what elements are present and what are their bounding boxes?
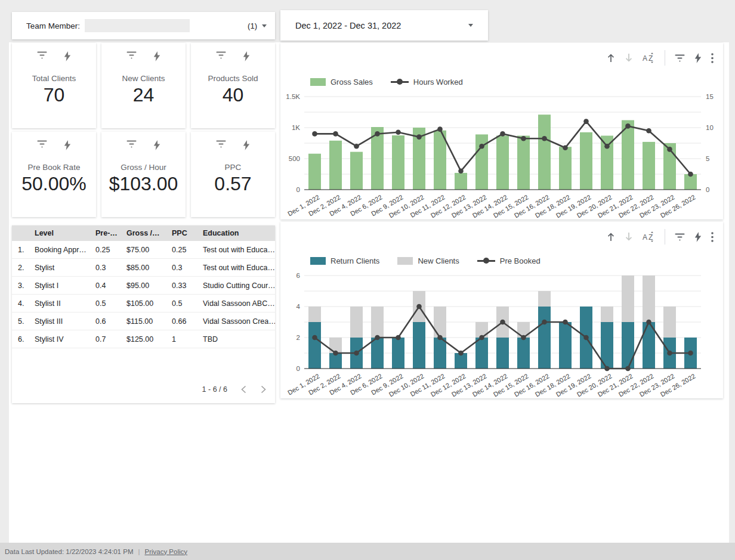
filter-icon[interactable] — [675, 54, 685, 62]
y-axis-tick-label: 0 — [297, 186, 300, 193]
chart-legend: Gross SalesHours Worked — [310, 78, 463, 86]
line-point — [333, 131, 338, 137]
more-menu-button[interactable] — [711, 232, 714, 242]
table-cell: $115.00 — [126, 317, 172, 326]
table-cell: $75.00 — [126, 246, 172, 254]
chevron-down-icon[interactable] — [262, 24, 267, 27]
filter-icon[interactable] — [126, 140, 137, 148]
y2-axis-tick-label: 15 — [706, 93, 714, 100]
legend-item-new-clients[interactable]: New Clients — [397, 256, 459, 265]
date-range-control[interactable]: Dec 1, 2022 - Dec 31, 2022 — [280, 10, 488, 41]
quick-actions-button[interactable] — [694, 232, 702, 242]
quick-actions-icon[interactable] — [694, 232, 702, 242]
scorecard-total-clients: Total Clients 70 — [12, 43, 96, 128]
gross-sales-hours-chart-plot[interactable]: 05001K1.5K051015Dec 1, 2022Dec 2, 2022De… — [280, 91, 723, 219]
legend-label: Pre Booked — [500, 256, 541, 265]
line-point — [521, 335, 526, 341]
table-cell: 0.6 — [95, 317, 126, 326]
chevron-left-icon — [240, 385, 247, 394]
move-down-button[interactable] — [625, 53, 633, 63]
scorecard-value: 24 — [133, 84, 155, 106]
filter-icon[interactable] — [216, 51, 226, 59]
table-row: 3.Stylist I0.4$95.000.33Studio Cutting C… — [12, 277, 275, 295]
bar — [475, 134, 488, 190]
bar — [580, 132, 592, 190]
scorecard-icons — [101, 51, 186, 61]
y-axis-tick-label: 6 — [297, 272, 300, 279]
levels-table-card: LevelPre-…Gross /…PPCEducation1.Booking … — [12, 225, 275, 403]
line-point — [542, 320, 547, 325]
line-point — [354, 144, 359, 149]
quick-actions-button[interactable] — [694, 53, 702, 63]
y-axis-tick-label: 0 — [297, 365, 300, 372]
bar — [475, 338, 488, 369]
line-point — [437, 126, 443, 132]
more-menu-icon — [711, 232, 714, 242]
quick-actions-icon[interactable] — [64, 140, 71, 150]
table-header-cell: Pre-… — [95, 229, 126, 237]
scorecard-gross-hour: Gross / Hour $103.00 — [101, 132, 186, 217]
table-cell: 0.66 — [172, 317, 203, 326]
line-point — [646, 128, 651, 134]
table-cell: 0.5 — [95, 299, 126, 308]
line-point — [583, 335, 589, 341]
scorecard-icons — [101, 140, 186, 150]
bar — [455, 173, 467, 190]
bar — [559, 322, 572, 369]
chevron-down-icon[interactable] — [468, 24, 473, 27]
legend-item-pre-booked[interactable]: Pre Booked — [477, 256, 541, 265]
table-header-cell: Education — [203, 229, 275, 237]
quick-actions-icon[interactable] — [243, 140, 250, 150]
bar — [434, 338, 446, 369]
team-member-filter-value[interactable] — [85, 19, 190, 32]
table-cell: Stylist IV — [35, 335, 95, 344]
sort-az-button[interactable]: A Z — [643, 231, 655, 242]
table-cell: 0.5 — [172, 299, 203, 308]
more-menu-icon — [711, 53, 714, 63]
table-cell: 0.4 — [95, 281, 126, 290]
clients-prebooked-chart-plot[interactable]: 0246Dec 1, 2022Dec 2, 2022Dec 4, 2022Dec… — [280, 270, 723, 398]
quick-actions-icon[interactable] — [243, 51, 250, 61]
scorecard-value: 50.00% — [21, 173, 87, 195]
pagination-prev-button[interactable] — [240, 385, 247, 394]
team-member-filter[interactable]: Team Member: (1) — [12, 12, 275, 39]
y-axis-tick-label: 1K — [292, 124, 300, 131]
legend-swatch — [310, 78, 326, 86]
filter-button[interactable] — [675, 54, 685, 62]
quick-actions-icon[interactable] — [64, 51, 71, 61]
y-axis-tick-label: 4 — [297, 303, 301, 310]
scorecard-icons — [12, 140, 96, 150]
filter-icon[interactable] — [37, 51, 47, 59]
bar — [622, 322, 634, 369]
scorecard-new-clients: New Clients 24 — [101, 43, 186, 128]
filter-icon[interactable] — [675, 233, 685, 241]
table-row: 6.Stylist IV0.7$125.001TBD — [12, 330, 275, 348]
pagination-next-button[interactable] — [260, 385, 267, 394]
quick-actions-icon[interactable] — [153, 51, 160, 61]
line-point — [500, 320, 505, 325]
legend-swatch — [397, 257, 413, 265]
table-cell: 2. — [12, 264, 35, 272]
filter-icon[interactable] — [216, 140, 226, 148]
more-menu-button[interactable] — [711, 53, 714, 63]
filter-icon[interactable] — [37, 140, 47, 148]
privacy-policy-link[interactable]: Privacy Policy — [144, 548, 187, 555]
legend-item-return-clients[interactable]: Return Clients — [310, 256, 379, 265]
sort-az-button[interactable]: A Z — [643, 52, 655, 63]
quick-actions-icon[interactable] — [694, 53, 702, 63]
bar — [496, 136, 509, 190]
move-up-button[interactable] — [607, 232, 615, 242]
table-cell: Stylist II — [35, 299, 95, 308]
bar — [622, 276, 634, 322]
move-down-button[interactable] — [625, 232, 633, 242]
filter-icon[interactable] — [126, 51, 137, 59]
filter-button[interactable] — [675, 233, 685, 241]
scorecard-label: Products Sold — [208, 74, 258, 83]
quick-actions-icon[interactable] — [153, 140, 160, 150]
scorecard-icons — [191, 51, 275, 61]
move-up-button[interactable] — [607, 53, 615, 63]
legend-item-gross-sales[interactable]: Gross Sales — [310, 78, 373, 86]
table-cell: Stylist III — [35, 317, 95, 326]
legend-item-hours-worked[interactable]: Hours Worked — [391, 78, 463, 86]
bar — [538, 291, 551, 307]
